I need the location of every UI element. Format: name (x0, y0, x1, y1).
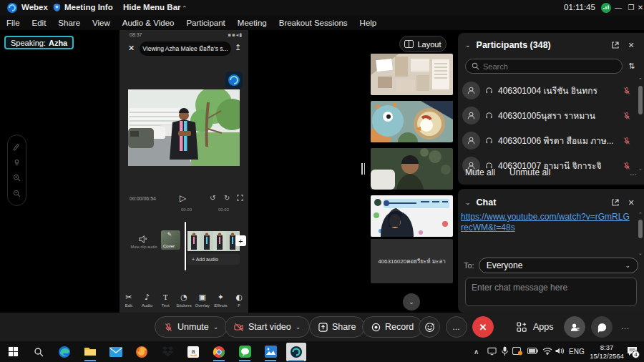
muted-mic-icon[interactable] (623, 137, 631, 145)
taskbar-mail-icon[interactable] (106, 343, 126, 361)
taskbar-webex-icon-active[interactable] (286, 343, 306, 361)
participants-panel-button[interactable] (564, 316, 585, 338)
menu-audio-video[interactable]: Audio & Video (122, 19, 175, 27)
playhead[interactable] (185, 222, 186, 270)
participant-row[interactable]: 406301005นุสรา ราหมาน (462, 104, 631, 127)
unmute-all-button[interactable]: Unmute all (509, 167, 550, 177)
leave-meeting-button[interactable]: ✕ (472, 316, 494, 338)
redo-icon[interactable]: ↻ (224, 194, 230, 202)
close-participants-icon[interactable]: ✕ (625, 41, 637, 50)
participant-video-thumbnail[interactable] (371, 148, 453, 190)
add-audio-button[interactable]: + Add audio (187, 254, 240, 265)
popout-icon[interactable] (611, 41, 620, 49)
video-preview[interactable] (128, 89, 240, 166)
more-options-button[interactable]: … (446, 316, 467, 338)
reactions-button[interactable] (419, 316, 440, 338)
chevron-down-icon[interactable]: ⌄ (296, 323, 301, 331)
meeting-info-label[interactable]: Meeting Info (64, 3, 113, 11)
tray-mic-icon[interactable] (502, 346, 508, 356)
popout-icon[interactable] (611, 198, 620, 207)
tray-expand-icon[interactable]: ∧ (474, 348, 479, 356)
tray-display-icon[interactable] (487, 347, 497, 356)
search-input[interactable] (483, 62, 605, 71)
chevron-down-icon[interactable]: ⌄ (213, 323, 219, 331)
notification-center-button[interactable]: 4 (627, 346, 638, 359)
muted-mic-icon[interactable] (623, 112, 631, 120)
muted-mic-icon[interactable] (623, 87, 631, 95)
participant-video-thumbnail[interactable] (371, 54, 453, 95)
scroll-down-icon[interactable]: ⌄ (638, 250, 643, 256)
laser-pointer-icon[interactable] (13, 159, 21, 167)
unmute-button[interactable]: Unmute⌄ (155, 316, 228, 338)
collapse-chat-icon[interactable]: ⌄ (465, 199, 471, 206)
connection-quality-icon[interactable] (601, 3, 611, 13)
recipient-dropdown[interactable]: Everyone ⌄ (479, 258, 638, 273)
hide-menu-chevron-icon[interactable]: ⌃ (182, 5, 187, 12)
participant-search[interactable] (465, 59, 623, 74)
start-video-button[interactable]: Start video⌄ (225, 316, 310, 338)
annotate-pen-icon[interactable] (13, 143, 21, 151)
mute-clip-icon[interactable] (138, 235, 147, 244)
tool-clipped[interactable]: ◐F (230, 288, 248, 313)
taskbar-file-explorer-icon[interactable] (80, 343, 100, 361)
zoom-in-icon[interactable] (13, 174, 21, 182)
record-button[interactable]: Record (362, 316, 423, 338)
tool-overlay[interactable]: ▣Overlay (193, 288, 212, 313)
chat-message-input[interactable] (465, 278, 637, 306)
tool-text[interactable]: TText (156, 288, 175, 313)
participant-row[interactable]: 406301004 เนรีชัน อินทกร (462, 79, 631, 102)
participant-video-thumbnail[interactable] (371, 195, 453, 237)
chat-panel-button[interactable] (591, 316, 613, 338)
participant-row[interactable]: 406301006 พีรดา สือแม ภาษ... (462, 129, 631, 152)
chat-scrollbar[interactable]: ⌃ ⌄ (638, 212, 643, 256)
cover-thumbnail[interactable]: ✎ Cover (161, 230, 180, 250)
tray-battery-icon[interactable] (527, 348, 538, 354)
tool-edit[interactable]: ✂Edit (119, 288, 138, 313)
sort-participants-icon[interactable]: ⇅ (628, 62, 635, 71)
more-controls-button[interactable]: ... (621, 322, 630, 331)
apps-button[interactable]: Apps (517, 322, 554, 333)
tool-stickers[interactable]: ◔Stickers (175, 288, 193, 313)
taskbar-search-button[interactable] (29, 343, 49, 361)
taskbar-firefox-icon[interactable] (132, 343, 152, 361)
taskbar-line-icon[interactable] (235, 343, 255, 361)
collapse-filmstrip-button[interactable]: ⌄ (403, 293, 420, 310)
participants-more-button[interactable]: ... (630, 167, 637, 177)
menu-meeting[interactable]: Meeting (238, 19, 267, 27)
scroll-down-icon[interactable]: ⌄ (638, 166, 643, 172)
scroll-up-icon[interactable]: ⌃ (638, 77, 643, 83)
share-button[interactable]: Share (309, 316, 365, 338)
layout-button[interactable]: Layout (399, 36, 447, 52)
hide-menu-bar-button[interactable]: Hide Menu Bar (123, 3, 181, 11)
timeline-clip-strip[interactable] (187, 231, 240, 251)
close-chat-icon[interactable]: ✕ (625, 198, 637, 207)
tool-effects[interactable]: ✦Effects (212, 288, 230, 313)
close-window-button[interactable]: ✕ (633, 1, 644, 13)
taskbar-dropbox-icon[interactable] (157, 343, 177, 361)
viewing-close-icon[interactable]: ✕ (128, 44, 135, 53)
menu-help[interactable]: Help (360, 19, 377, 27)
tray-notification-app-icon[interactable] (512, 347, 522, 356)
participant-name-tile[interactable]: 406316020คอยรียะห์ มะลา (371, 239, 453, 283)
add-clip-button[interactable]: + (235, 235, 246, 246)
participant-video-thumbnail[interactable] (371, 101, 453, 142)
start-button[interactable] (3, 343, 23, 361)
resize-handle[interactable] (361, 163, 366, 175)
chat-message-link[interactable]: https://www.youtube.com/watch?v=rGmRLGre… (461, 212, 630, 233)
tray-volume-icon[interactable] (555, 347, 565, 355)
tray-language[interactable]: ENG (569, 348, 585, 356)
menu-share[interactable]: Share (58, 19, 80, 27)
tray-wifi-icon[interactable] (542, 347, 552, 355)
tray-clock[interactable]: 8:37 15/12/2564 (588, 343, 625, 361)
menu-view[interactable]: View (92, 19, 110, 27)
zoom-out-icon[interactable] (13, 190, 21, 197)
collapse-panel-icon[interactable]: ⌄ (465, 41, 471, 49)
taskbar-amazon-icon[interactable]: a (183, 343, 203, 361)
export-upload-icon[interactable]: ↥ (235, 43, 241, 52)
undo-icon[interactable]: ↺ (210, 194, 215, 202)
participants-scrollbar[interactable]: ⌃ ⌄ (638, 77, 643, 172)
play-icon[interactable]: ▷ (180, 193, 186, 203)
menu-breakout-sessions[interactable]: Breakout Sessions (279, 19, 348, 27)
taskbar-edge-icon[interactable] (54, 343, 74, 361)
mute-all-button[interactable]: Mute all (465, 167, 495, 177)
